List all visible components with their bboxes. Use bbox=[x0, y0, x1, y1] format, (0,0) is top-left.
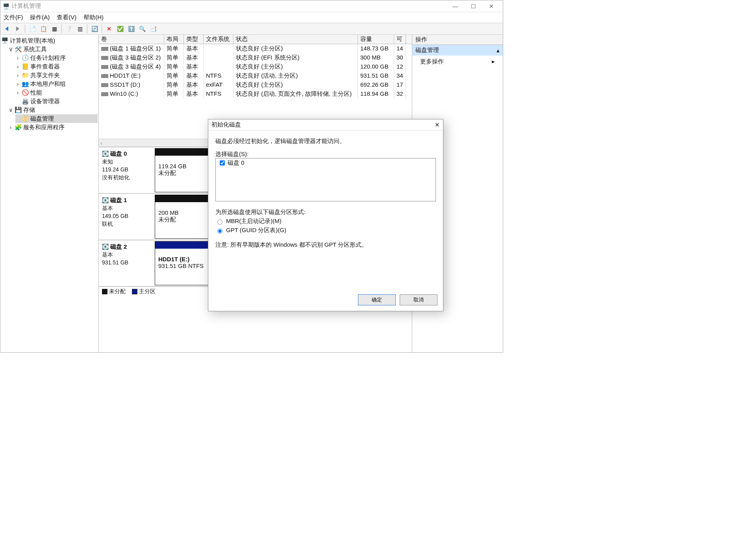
menu-view[interactable]: 查看(V) bbox=[57, 14, 76, 21]
disk-icon: 📀 bbox=[22, 114, 29, 123]
disk-info: 💽 磁盘 0未知119.24 GB没有初始化 bbox=[99, 147, 154, 193]
actions-header: 操作 bbox=[412, 35, 503, 45]
vol-icon bbox=[101, 47, 108, 51]
ok-button[interactable]: 确定 bbox=[358, 294, 396, 305]
device-icon: 🖨️ bbox=[22, 97, 29, 106]
partition-style-label: 为所选磁盘使用以下磁盘分区形式: bbox=[215, 208, 436, 216]
gpt-radio-row[interactable]: GPT (GUID 分区表)(G) bbox=[215, 227, 436, 234]
table-row[interactable]: (磁盘 3 磁盘分区 4)简单基本状态良好 (主分区)120.00 GB12 bbox=[99, 62, 412, 71]
tree-task-scheduler[interactable]: ›🕓任务计划程序 bbox=[15, 54, 98, 62]
minimize-button[interactable]: — bbox=[446, 0, 464, 12]
vol-icon bbox=[101, 92, 108, 96]
tree-performance[interactable]: ›🚫性能 bbox=[15, 88, 98, 97]
tree-services-apps[interactable]: › 🧩 服务和应用程序 bbox=[8, 123, 98, 132]
help-icon[interactable]: ❔ bbox=[64, 24, 74, 33]
col-layout[interactable]: 布局 bbox=[164, 35, 184, 44]
tools-icon: 🛠️ bbox=[15, 45, 22, 54]
list-icon[interactable]: 📋 bbox=[39, 24, 48, 33]
dialog-title: 初始化磁盘 bbox=[211, 121, 435, 128]
menu-help[interactable]: 帮助(H) bbox=[83, 14, 104, 21]
vol-icon bbox=[101, 56, 108, 60]
back-icon[interactable] bbox=[2, 24, 11, 33]
mbr-radio[interactable] bbox=[217, 219, 222, 225]
chevron-up-icon: ▴ bbox=[497, 47, 500, 54]
perf-icon: 🚫 bbox=[22, 88, 29, 97]
col-type[interactable]: 类型 bbox=[184, 35, 204, 44]
tree-disk-management[interactable]: 📀磁盘管理 bbox=[15, 114, 98, 123]
actions-group[interactable]: 磁盘管理 ▴ bbox=[412, 45, 503, 56]
col-fs[interactable]: 文件系统 bbox=[204, 35, 233, 44]
col-name[interactable]: 卷 bbox=[99, 35, 164, 44]
new-icon[interactable]: 📄 bbox=[28, 24, 37, 33]
select-disk-label: 选择磁盘(S): bbox=[215, 151, 436, 158]
grid-icon[interactable]: ▦ bbox=[50, 24, 59, 33]
tree-event-viewer[interactable]: ›📒事件查看器 bbox=[15, 62, 98, 71]
services-icon: 🧩 bbox=[15, 123, 22, 132]
users-icon: 👥 bbox=[22, 80, 29, 88]
actions-more[interactable]: 更多操作 ▸ bbox=[412, 56, 503, 68]
disk-icon: 💽 bbox=[102, 244, 109, 250]
maximize-button[interactable]: ☐ bbox=[464, 0, 482, 12]
storage-icon: 💾 bbox=[15, 106, 22, 114]
col-status[interactable]: 状态 bbox=[233, 35, 358, 44]
refresh-icon[interactable]: 🔄 bbox=[90, 24, 99, 33]
vol-icon bbox=[101, 65, 108, 69]
disk-info: 💽 磁盘 2基本931.51 GB bbox=[99, 240, 154, 286]
table-row[interactable]: HDD1T (E:)简单基本NTFS状态良好 (活动, 主分区)931.51 G… bbox=[99, 71, 412, 80]
legend-unalloc-icon bbox=[102, 289, 107, 294]
mbr-radio-row[interactable]: MBR(主启动记录)(M) bbox=[215, 218, 436, 225]
delete-icon[interactable]: ✕ bbox=[104, 24, 114, 33]
event-icon: 📒 bbox=[22, 62, 29, 71]
disk-icon: 💽 bbox=[102, 151, 109, 157]
nav-tree[interactable]: 🖥️ 计算机管理(本地) ∨ 🛠️ 系统工具 ›🕓任务计划程序 ›📒事件查看器 … bbox=[0, 35, 99, 352]
initialize-disk-dialog: 初始化磁盘 ✕ 磁盘必须经过初始化，逻辑磁盘管理器才能访问。 选择磁盘(S): … bbox=[208, 119, 443, 311]
volumes-header[interactable]: 卷 布局 类型 文件系统 状态 容量 可 bbox=[99, 35, 412, 44]
legend-primary-icon bbox=[132, 289, 137, 294]
search-icon[interactable]: 🔍 bbox=[137, 24, 147, 33]
menu-action[interactable]: 操作(A) bbox=[30, 14, 50, 21]
tree-device-manager[interactable]: 🖨️设备管理器 bbox=[15, 97, 98, 106]
chevron-right-icon: ▸ bbox=[492, 58, 495, 65]
table-row[interactable]: (磁盘 3 磁盘分区 2)简单基本状态良好 (EFI 系统分区)300 MB30 bbox=[99, 53, 412, 62]
pane-icon[interactable]: ▥ bbox=[75, 24, 85, 33]
dialog-message: 磁盘必须经过初始化，逻辑磁盘管理器才能访问。 bbox=[215, 138, 436, 145]
tree-storage[interactable]: ∨ 💾 存储 bbox=[8, 106, 98, 114]
disk-option-0[interactable]: 磁盘 0 bbox=[216, 158, 435, 167]
col-free[interactable]: 可 bbox=[394, 35, 406, 44]
disk-info: 💽 磁盘 1基本149.05 GB联机 bbox=[99, 194, 154, 240]
gpt-radio[interactable] bbox=[217, 229, 222, 234]
share-icon: 📁 bbox=[22, 71, 29, 80]
close-icon[interactable]: ✕ bbox=[435, 121, 440, 128]
app-icon: 🖥️ bbox=[3, 3, 9, 9]
table-row[interactable]: SSD1T (D:)简单基本exFAT状态良好 (主分区)692.26 GB17 bbox=[99, 80, 412, 89]
toolbar: 📄 📋 ▦ ❔ ▥ 🔄 ✕ ✅ ⬆️ 🔍 📑 bbox=[0, 23, 503, 35]
settings-icon[interactable]: 📑 bbox=[148, 24, 158, 33]
tree-root[interactable]: 🖥️ 计算机管理(本地) bbox=[1, 36, 98, 45]
vol-icon bbox=[101, 74, 108, 78]
table-row[interactable]: (磁盘 1 磁盘分区 1)简单基本状态良好 (主分区)148.73 GB14 bbox=[99, 44, 412, 53]
dialog-note: 注意: 所有早期版本的 Windows 都不识别 GPT 分区形式。 bbox=[215, 241, 436, 249]
tree-shared-folders[interactable]: ›📁共享文件夹 bbox=[15, 71, 98, 80]
disk-icon: 💽 bbox=[102, 197, 109, 203]
up-icon[interactable]: ⬆️ bbox=[126, 24, 136, 33]
close-button[interactable]: ✕ bbox=[482, 0, 500, 12]
check-icon[interactable]: ✅ bbox=[115, 24, 125, 33]
vol-icon bbox=[101, 83, 108, 87]
tree-local-users[interactable]: ›👥本地用户和组 bbox=[15, 80, 98, 88]
cancel-button[interactable]: 取消 bbox=[400, 294, 437, 305]
menubar: 文件(F) 操作(A) 查看(V) 帮助(H) bbox=[0, 12, 503, 23]
disk0-checkbox[interactable] bbox=[220, 160, 225, 166]
col-capacity[interactable]: 容量 bbox=[358, 35, 394, 44]
table-row[interactable]: Win10 (C:)简单基本NTFS状态良好 (启动, 页面文件, 故障转储, … bbox=[99, 89, 412, 99]
titlebar: 🖥️ 计算机管理 — ☐ ✕ bbox=[0, 0, 503, 12]
window-title: 计算机管理 bbox=[11, 2, 446, 10]
clock-icon: 🕓 bbox=[22, 54, 29, 62]
menu-file[interactable]: 文件(F) bbox=[4, 14, 23, 21]
tree-system-tools[interactable]: ∨ 🛠️ 系统工具 bbox=[8, 45, 98, 54]
forward-icon[interactable] bbox=[13, 24, 22, 33]
computer-icon: 🖥️ bbox=[1, 36, 8, 45]
disk-select-list[interactable]: 磁盘 0 bbox=[215, 158, 436, 201]
